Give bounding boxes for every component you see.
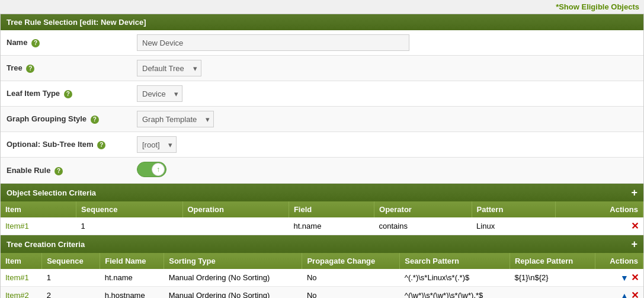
- tree-creation-header: Tree Creation Criteria +: [1, 235, 643, 253]
- col-sequence: Sequence: [76, 201, 182, 217]
- top-bar: *Show Eligible Objects: [0, 0, 644, 14]
- tree-select-wrapper: Default Tree ▾: [137, 60, 201, 76]
- tree-help-icon[interactable]: ?: [26, 65, 34, 73]
- tc-item2-link[interactable]: Item#2: [5, 291, 29, 298]
- tc-col-actions: Actions: [595, 253, 643, 269]
- tree-creation-add-btn[interactable]: +: [631, 239, 637, 249]
- col-operation: Operation: [182, 201, 289, 217]
- name-label: Name ?: [1, 30, 131, 56]
- tc-item2-search: ^(\w*)\s*(\w*)\s*(\w*).*$: [400, 287, 510, 299]
- graph-grouping-help-icon[interactable]: ?: [91, 116, 99, 124]
- show-eligible-link[interactable]: *Show Eligible Objects: [556, 2, 639, 11]
- name-help-icon[interactable]: ?: [31, 39, 40, 47]
- obj-operation: [182, 217, 289, 235]
- tree-select-arrow: ▾: [190, 64, 201, 73]
- col-field: Field: [289, 201, 374, 217]
- col-pattern: Pattern: [472, 201, 555, 217]
- subtree-select-wrapper: [root] ▾: [137, 136, 177, 153]
- object-selection-header: Object Selection Criteria +: [1, 184, 643, 201]
- tc-item2-sorting: Manual Ordering (No Sorting): [164, 287, 302, 299]
- leaf-item-help-icon[interactable]: ?: [64, 90, 72, 98]
- tc-col-search: Search Pattern: [400, 253, 510, 269]
- tc-item1-seq: 1: [42, 269, 100, 287]
- tree-select[interactable]: Default Tree: [137, 62, 190, 75]
- enable-rule-help-icon[interactable]: ?: [55, 167, 63, 175]
- enable-rule-label: Enable Rule ?: [1, 158, 131, 184]
- page-header: Tree Rule Selection [edit: New Device]: [1, 14, 643, 30]
- table-row: Item#1 1 ht.name contains Linux ✕: [1, 217, 643, 235]
- subtree-select-arrow: ▾: [165, 140, 176, 149]
- tc-item1-link[interactable]: Item#1: [5, 273, 29, 282]
- tc-col-propagate: Propagate Change: [302, 253, 400, 269]
- tc-item1-delete-btn[interactable]: ✕: [631, 273, 639, 283]
- tc-item1-down-btn[interactable]: ▼: [620, 273, 629, 283]
- tc-item1-sorting: Manual Ordering (No Sorting): [164, 269, 302, 287]
- tc-item2-up-btn[interactable]: ▲: [620, 291, 629, 298]
- graph-grouping-select-arrow: ▾: [202, 115, 213, 124]
- tc-col-sorting: Sorting Type: [164, 253, 302, 269]
- col-operator: Operator: [374, 201, 472, 217]
- leaf-item-type-label: Leaf Item Type ?: [1, 81, 131, 107]
- tc-col-sequence: Sequence: [42, 253, 100, 269]
- object-selection-table: Item Sequence Operation Field Operator P…: [1, 201, 643, 235]
- tc-col-replace: Replace Pattern: [510, 253, 595, 269]
- tc-item2-propagate: No: [302, 287, 400, 299]
- tc-col-item: Item: [1, 253, 42, 269]
- leaf-item-select[interactable]: Device: [137, 87, 171, 101]
- enable-rule-toggle[interactable]: [137, 162, 166, 177]
- table-row: Item#2 2 h.hostname Manual Ordering (No …: [1, 287, 643, 299]
- tree-label: Tree ?: [1, 56, 131, 81]
- obj-pattern: Linux: [472, 217, 555, 235]
- obj-item-link[interactable]: Item#1: [5, 222, 29, 230]
- tc-col-fieldname: Field Name: [100, 253, 164, 269]
- leaf-item-select-wrapper: Device ▾: [137, 85, 182, 102]
- table-row: Item#1 1 ht.name Manual Ordering (No Sor…: [1, 269, 643, 287]
- subtree-label: Optional: Sub-Tree Item ?: [1, 132, 131, 158]
- subtree-help-icon[interactable]: ?: [97, 141, 105, 149]
- name-input[interactable]: [137, 34, 409, 51]
- obj-operator: contains: [374, 217, 472, 235]
- toggle-knob: [152, 163, 165, 176]
- graph-grouping-select-wrapper: Graph Template ▾: [137, 111, 214, 127]
- col-actions: Actions: [555, 201, 643, 217]
- leaf-item-select-arrow: ▾: [171, 89, 182, 98]
- obj-field: ht.name: [289, 217, 374, 235]
- subtree-select[interactable]: [root]: [137, 138, 165, 152]
- tc-item1-propagate: No: [302, 269, 400, 287]
- col-item: Item: [1, 201, 76, 217]
- tc-item2-replace: [510, 287, 595, 299]
- tc-item2-seq: 2: [42, 287, 100, 299]
- tc-item1-replace: ${1}\n${2}: [510, 269, 595, 287]
- tree-creation-table: Item Sequence Field Name Sorting Type Pr…: [1, 253, 643, 298]
- tc-item1-fieldname: ht.name: [100, 269, 164, 287]
- object-selection-add-btn[interactable]: +: [631, 187, 637, 198]
- tc-item2-fieldname: h.hostname: [100, 287, 164, 299]
- graph-grouping-label: Graph Grouping Style ?: [1, 107, 131, 132]
- obj-sequence: 1: [76, 217, 182, 235]
- obj-delete-btn[interactable]: ✕: [631, 221, 639, 231]
- tc-item2-delete-btn[interactable]: ✕: [631, 290, 639, 298]
- graph-grouping-select[interactable]: Graph Template: [137, 113, 202, 126]
- tc-item1-search: ^(.*)\s*Linux\s*(.*)$: [400, 269, 510, 287]
